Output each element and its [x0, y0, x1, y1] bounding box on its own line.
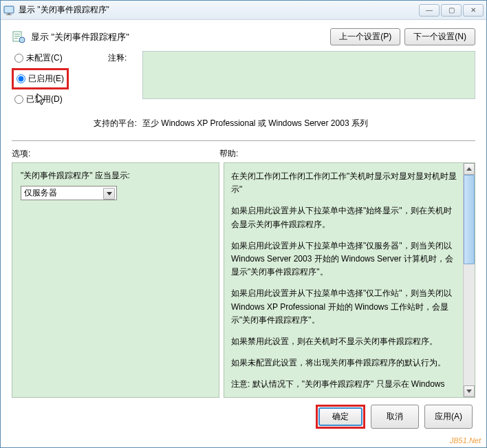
svg-point-7 [19, 37, 25, 43]
close-button[interactable]: ✕ [463, 4, 484, 17]
content: 显示 "关闭事件跟踪程序" 上一个设置(P) 下一个设置(N) 未配置(C) [1, 20, 486, 436]
footer-buttons: 确定 取消 应用(A) [12, 405, 475, 429]
options-panel: "关闭事件跟踪程序" 应当显示: 仅服务器 [12, 162, 219, 398]
apply-button[interactable]: 应用(A) [424, 405, 473, 429]
panel-labels: 选项: 帮助: [12, 148, 475, 160]
help-p2: 如果启用此设置并从下拉菜单中选择"始终显示"，则在关机时会显示关闭事件跟踪程序。 [231, 204, 457, 231]
svg-rect-2 [6, 14, 12, 15]
platform-label: 支持的平台: [12, 118, 142, 129]
scroll-down-button[interactable] [464, 385, 475, 397]
svg-rect-6 [14, 38, 18, 39]
header-row: 显示 "关闭事件跟踪程序" 上一个设置(P) 下一个设置(N) [12, 28, 475, 45]
help-p1: 在关闭工作闭工作闭工作闭工作"关机时显示对显对显对机时显示" [231, 170, 457, 196]
nav-buttons: 上一个设置(P) 下一个设置(N) [330, 28, 475, 45]
help-scrollbar[interactable] [463, 163, 475, 397]
highlight-box-enabled: 已启用(E) [12, 68, 69, 89]
annotation-column: 注释: [108, 51, 475, 111]
watermark: JB51.Net [450, 436, 481, 445]
annotation-textarea[interactable] [142, 51, 475, 99]
radio-column: 未配置(C) 已启用(E) 已禁用(D) [12, 51, 108, 111]
ok-button[interactable]: 确定 [318, 407, 362, 426]
options-label: 选项: [12, 148, 219, 160]
window-controls: — ▢ ✕ [419, 4, 484, 17]
titlebar: 显示 "关闭事件跟踪程序" — ▢ ✕ [1, 1, 486, 20]
highlight-box-ok: 确定 [316, 405, 365, 429]
svg-rect-4 [14, 34, 20, 34]
radio-not-configured-input[interactable] [14, 54, 23, 63]
platform-row: 支持的平台: 至少 Windows XP Professional 或 Wind… [12, 118, 475, 129]
svg-rect-5 [14, 36, 20, 36]
radio-disabled-input[interactable] [14, 95, 23, 104]
panels-row: "关闭事件跟踪程序" 应当显示: 仅服务器 在关闭工作闭工作闭工作闭工作"关机时… [12, 162, 475, 398]
help-text: 在关闭工作闭工作闭工作闭工作"关机时显示对显对显对机时显示" 如果启用此设置并从… [224, 163, 463, 397]
help-p6: 如果未配置此设置，将出现关闭事件跟踪程序的默认行为。 [231, 356, 457, 370]
radio-enabled-input[interactable] [17, 74, 25, 83]
svg-rect-0 [4, 6, 14, 13]
help-label: 帮助: [219, 148, 475, 160]
window: 显示 "关闭事件跟踪程序" — ▢ ✕ 显示 "关闭事件跟踪程序" 上一个设置(… [0, 0, 487, 448]
svg-rect-1 [8, 13, 10, 14]
minimize-button[interactable]: — [419, 4, 440, 17]
header-label: 显示 "关闭事件跟踪程序" [31, 31, 330, 43]
divider [12, 140, 475, 142]
help-p5: 如果禁用此设置，则在关机时不显示关闭事件跟踪程序。 [231, 335, 457, 348]
config-row: 未配置(C) 已启用(E) 已禁用(D) [12, 51, 475, 111]
display-mode-dropdown[interactable]: 仅服务器 [21, 186, 117, 200]
radio-enabled[interactable]: 已启用(E) [17, 72, 64, 86]
next-setting-button[interactable]: 下一个设置(N) [404, 28, 475, 45]
window-title: 显示 "关闭事件跟踪程序" [19, 4, 419, 16]
help-p4: 如果启用此设置并从下拉菜单中选择"仅工作站"，则当关闭以 Windows XP … [231, 287, 457, 327]
scroll-up-button[interactable] [464, 163, 475, 175]
help-p7: 注意: 默认情况下，"关闭事件跟踪程序" 只显示在 Windows [231, 378, 457, 391]
prev-setting-button[interactable]: 上一个设置(P) [330, 28, 400, 45]
cancel-button[interactable]: 取消 [371, 405, 419, 429]
dropdown-value: 仅服务器 [24, 187, 57, 199]
help-p3: 如果启用此设置并从下拉菜单中选择"仅服务器"，则当关闭以 Windows Ser… [231, 239, 457, 279]
dropdown-arrow-icon [107, 192, 112, 195]
annotation-label: 注释: [108, 51, 142, 111]
app-icon [3, 5, 14, 16]
scroll-thumb[interactable] [464, 175, 475, 264]
policy-icon [12, 30, 25, 44]
radio-enabled-label: 已启用(E) [28, 73, 64, 85]
help-panel: 在关闭工作闭工作闭工作闭工作"关机时显示对显对显对机时显示" 如果启用此设置并从… [224, 162, 475, 398]
radio-disabled[interactable]: 已禁用(D) [14, 92, 108, 107]
options-heading: "关闭事件跟踪程序" 应当显示: [21, 170, 210, 182]
radio-not-configured-label: 未配置(C) [26, 52, 63, 64]
maximize-button[interactable]: ▢ [441, 4, 462, 17]
platform-value: 至少 Windows XP Professional 或 Windows Ser… [142, 118, 475, 129]
radio-not-configured[interactable]: 未配置(C) [14, 51, 108, 65]
radio-disabled-label: 已禁用(D) [26, 94, 63, 105]
